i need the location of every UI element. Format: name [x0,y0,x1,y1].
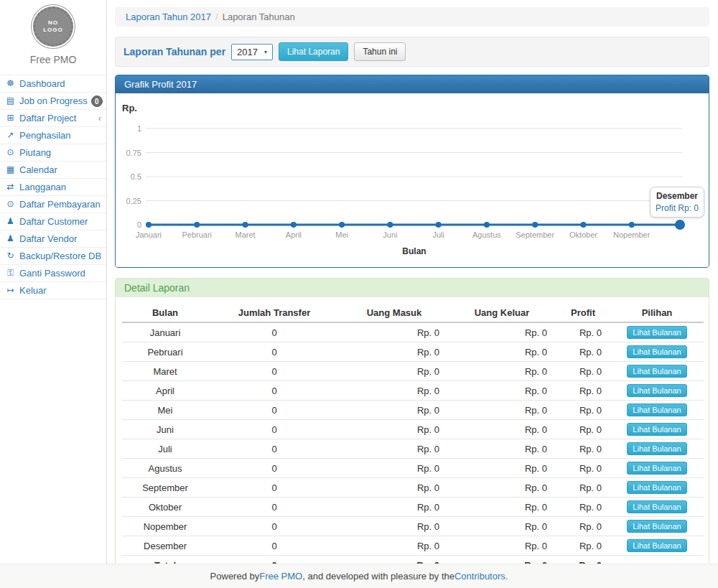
sidebar-item-label: Keluar [19,284,47,297]
cell-jumlah-transfer: 0 [208,342,340,362]
cell-pilihan: Lihat Bulanan [610,517,704,536]
main-content: Laporan Tahun 2017/Laporan Tahunan Lapor… [115,0,709,585]
cell-pilihan: Lihat Bulanan [610,362,704,381]
col-header-bulan: Bulan [122,304,208,322]
lihat-bulanan-button[interactable]: Lihat Bulanan [627,403,686,416]
cell-uang-masuk: Rp. 0 [340,439,448,459]
lihat-bulanan-button[interactable]: Lihat Bulanan [627,384,686,397]
cell-jumlah-transfer: 0 [208,362,340,381]
x-axis-title: Bulan [402,246,426,256]
sidebar-item-label: Dashboard [19,78,65,90]
lihat-bulanan-button[interactable]: Lihat Bulanan [627,520,686,533]
table-row: September0Rp. 0Rp. 0Rp. 0Lihat Bulanan [122,478,704,498]
lihat-bulanan-button[interactable]: Lihat Bulanan [627,326,686,339]
cell-jumlah-transfer: 0 [208,478,340,498]
data-point-pebruari[interactable] [194,222,200,228]
data-point-oktober[interactable] [580,222,586,228]
col-header-uang-masuk: Uang Masuk [340,304,448,322]
y-tick-label: 0.75 [126,149,141,157]
data-point-desember[interactable] [675,220,685,230]
data-point-nopember[interactable] [629,222,635,228]
table-row: Oktober0Rp. 0Rp. 0Rp. 0Lihat Bulanan [122,498,704,517]
tooltip-month: Desember [656,191,699,201]
sidebar-item-penghasilan[interactable]: ↗Penghasilan [0,126,106,144]
dashboard-icon: ☸ [5,78,16,90]
year-select-value: 2017 [237,47,258,57]
sidebar-item-piutang[interactable]: ⊙Piutang [0,144,106,161]
x-tick-label: Agustus [472,230,501,239]
cell-jumlah-transfer: 0 [208,439,340,459]
x-tick-label: Pebruari [182,230,212,239]
lihat-bulanan-button[interactable]: Lihat Bulanan [627,365,686,378]
sidebar-menu: ☸Dashboard▤Job on Progress0⊞Daftar Proje… [0,75,106,299]
sidebar-item-backup-restore-db[interactable]: ↻Backup/Restore DB [0,247,106,264]
x-tick-label: Januari [136,230,162,239]
lihat-bulanan-button[interactable]: Lihat Bulanan [627,345,686,358]
sidebar-item-calendar[interactable]: ▦Calendar [0,161,106,178]
sidebar-item-label: Penghasilan [19,129,71,141]
cell-uang-masuk: Rp. 0 [340,381,448,401]
lihat-bulanan-button[interactable]: Lihat Bulanan [627,500,686,513]
lihat-bulanan-button[interactable]: Lihat Bulanan [627,539,686,552]
sidebar-item-daftar-pembayaran[interactable]: ⊙Daftar Pembayaran [0,195,106,213]
sidebar-item-ganti-password[interactable]: ⚿Ganti Password [0,264,106,281]
cell-jumlah-transfer: 0 [208,322,340,342]
sidebar-item-label: Ganti Password [19,267,85,279]
data-point-september[interactable] [532,222,538,228]
cell-pilihan: Lihat Bulanan [610,498,704,517]
year-select[interactable]: 2017 ▾ [231,44,273,60]
footer-link-freepmo[interactable]: Free PMO [259,571,302,582]
view-report-button[interactable]: Lihat Laporan [279,42,348,61]
sidebar-item-label: Calendar [19,164,57,176]
current-year-button[interactable]: Tahun ini [354,42,406,61]
data-point-mei[interactable] [339,222,345,228]
table-row: Agustus0Rp. 0Rp. 0Rp. 0Lihat Bulanan [122,459,704,478]
cell-uang-masuk: Rp. 0 [340,517,448,536]
breadcrumb-link[interactable]: Laporan Tahun 2017 [126,11,211,22]
lihat-bulanan-button[interactable]: Lihat Bulanan [627,481,686,494]
report-table: Bulan Jumlah Transfer Uang Masuk Uang Ke… [122,304,704,575]
data-point-april[interactable] [291,222,297,228]
lihat-bulanan-button[interactable]: Lihat Bulanan [627,442,686,455]
sidebar-item-label: Langganan [19,181,66,193]
chart-panel-title: Grafik Profit 2017 [116,75,709,93]
lihat-bulanan-button[interactable]: Lihat Bulanan [627,423,686,436]
sidebar-item-daftar-project[interactable]: ⊞Daftar Project‹ [0,109,106,126]
cell-bulan: Januari [122,322,208,342]
cell-profit: Rp. 0 [556,517,610,536]
sidebar-item-daftar-customer[interactable]: ♟Daftar Customer [0,213,106,230]
table-row: Januari0Rp. 0Rp. 0Rp. 0Lihat Bulanan [122,322,704,342]
profit-chart-panel: Grafik Profit 2017 Rp. 00.250.50.751Janu… [115,75,709,268]
data-point-juni[interactable] [387,222,393,228]
data-point-agustus[interactable] [484,222,490,228]
cell-profit: Rp. 0 [556,439,610,459]
sidebar-item-keluar[interactable]: ↦Keluar [0,281,106,299]
sidebar-item-daftar-vendor[interactable]: ♟Daftar Vendor [0,230,106,247]
cell-profit: Rp. 0 [556,362,610,381]
cell-uang-keluar: Rp. 0 [448,498,556,517]
col-header-pilihan: Pilihan [610,304,704,322]
y-tick-label: 0.25 [126,197,141,205]
sidebar: NO LOGO Free PMO ☸Dashboard▤Job on Progr… [0,0,107,564]
sidebar-item-langganan[interactable]: ⇄Langganan [0,178,106,195]
calendar-icon: ▦ [5,164,16,176]
cell-uang-masuk: Rp. 0 [340,536,448,556]
cell-bulan: Desember [122,536,208,556]
daftar-pembayaran-icon: ⊙ [5,198,16,210]
cell-uang-keluar: Rp. 0 [448,459,556,478]
lihat-bulanan-button[interactable]: Lihat Bulanan [627,462,686,475]
cell-bulan: Mei [122,401,208,420]
data-point-januari[interactable] [146,222,151,228]
x-tick-label: September [516,230,554,239]
ganti-password-icon: ⚿ [5,267,16,279]
sidebar-item-job-on-progress[interactable]: ▤Job on Progress0 [0,92,106,109]
report-table-body: Januari0Rp. 0Rp. 0Rp. 0Lihat BulananPebr… [122,322,704,556]
sidebar-item-dashboard[interactable]: ☸Dashboard [0,75,106,92]
data-point-juli[interactable] [436,222,442,228]
footer-text-middle: , and developed with pleasure by the [302,571,454,582]
footer-link-contributors[interactable]: Contributors. [454,571,508,582]
data-point-maret[interactable] [243,222,248,228]
cell-uang-masuk: Rp. 0 [340,478,448,498]
cell-jumlah-transfer: 0 [208,420,340,439]
cell-uang-masuk: Rp. 0 [340,322,448,342]
